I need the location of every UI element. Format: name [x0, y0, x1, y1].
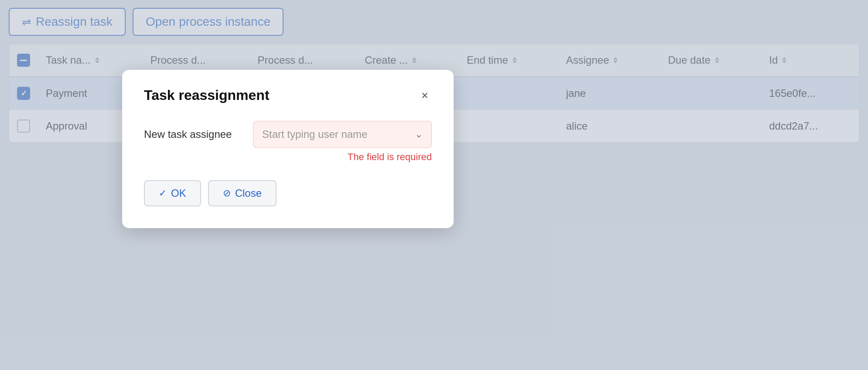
error-row: The field is required — [144, 151, 432, 163]
chevron-down-icon: ⌄ — [415, 129, 423, 140]
close-label: Close — [235, 187, 262, 199]
close-circle-icon: ⊘ — [223, 188, 231, 199]
modal-overlay: Task reassignment × New task assignee St… — [0, 0, 868, 370]
modal-close-x-button[interactable]: × — [418, 88, 432, 103]
modal-header: Task reassignment × — [144, 87, 432, 103]
ok-button[interactable]: ✓ OK — [144, 180, 201, 206]
assignee-form-row: New task assignee Start typing user name… — [144, 121, 432, 148]
modal-body: New task assignee Start typing user name… — [144, 121, 432, 163]
check-icon: ✓ — [159, 188, 167, 199]
ok-label: OK — [171, 187, 186, 199]
assignee-placeholder: Start typing user name — [262, 128, 367, 140]
modal-footer: ✓ OK ⊘ Close — [144, 180, 432, 206]
close-button[interactable]: ⊘ Close — [208, 180, 277, 206]
error-message: The field is required — [348, 151, 432, 163]
modal-title: Task reassignment — [144, 87, 270, 103]
task-reassignment-modal: Task reassignment × New task assignee St… — [122, 70, 454, 228]
assignee-label: New task assignee — [144, 128, 240, 140]
assignee-dropdown[interactable]: Start typing user name ⌄ — [253, 121, 432, 148]
